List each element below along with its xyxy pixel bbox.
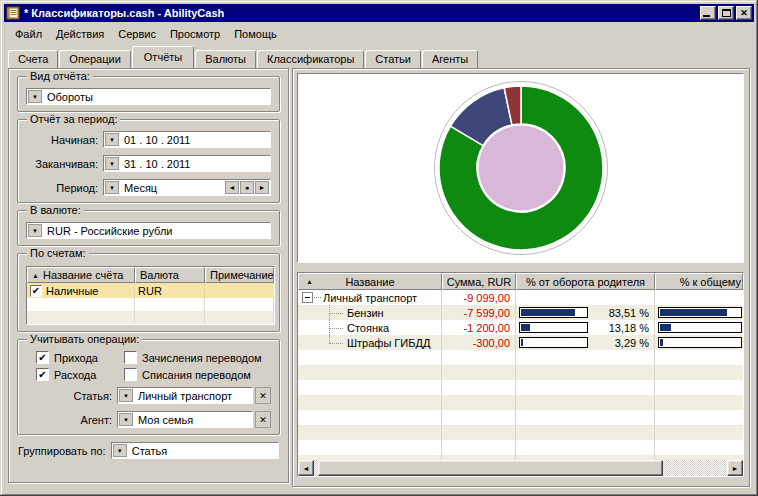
title-bar[interactable]: * Классификаторы.cash - AbilityCash ✕ xyxy=(4,4,754,22)
account-checkbox[interactable]: ✔ xyxy=(30,285,42,297)
report-type-combobox[interactable]: ▼ Обороты xyxy=(26,88,271,105)
menu-service[interactable]: Сервис xyxy=(111,26,163,42)
empty-row xyxy=(298,425,743,440)
minimize-icon xyxy=(703,15,710,17)
accounts-empty-row xyxy=(27,311,274,324)
start-date-field[interactable]: ▼ 01 . 10 . 2011 xyxy=(103,131,271,148)
accounts-empty-row xyxy=(27,298,274,311)
row-sum: -300,00 xyxy=(442,335,516,350)
tab-articles[interactable]: Статьи xyxy=(365,50,421,68)
column-sum[interactable]: Сумма, RUR xyxy=(442,273,516,290)
chart-area xyxy=(297,73,744,263)
group-by-label: Группировать по: xyxy=(18,445,106,457)
menu-view[interactable]: Просмотр xyxy=(163,26,227,42)
percent-total-bar xyxy=(658,322,742,333)
accounts-column-note[interactable]: Примечание xyxy=(205,267,274,283)
percent-label: 83,51 % xyxy=(609,307,649,319)
close-button[interactable]: ✕ xyxy=(736,6,752,20)
agent-value: Моя семья xyxy=(138,414,193,426)
accounts-column-name[interactable]: ▲ Название счёта xyxy=(27,267,135,283)
chevron-down-icon[interactable]: ▼ xyxy=(119,389,133,402)
transfer-out-checkbox[interactable] xyxy=(124,368,137,381)
column-percent-of-parent[interactable]: % от оборота родителя xyxy=(516,273,655,290)
tab-agents[interactable]: Агенты xyxy=(422,50,478,68)
report-type-group: Вид отчёта: ▼ Обороты xyxy=(17,76,280,112)
account-row[interactable]: ✔ Наличные RUR xyxy=(27,283,274,298)
report-settings-panel: Вид отчёта: ▼ Обороты Отчёт за период: Н… xyxy=(8,68,289,483)
article-value: Личный транспорт xyxy=(138,390,232,402)
transfer-in-checkbox[interactable] xyxy=(124,351,137,364)
table-row[interactable]: Штрафы ГИБДД -300,00 3,29 % xyxy=(298,335,743,350)
percent-total-bar xyxy=(658,307,742,318)
group-by-combobox[interactable]: ▼ Статья xyxy=(111,442,279,459)
percent-bar xyxy=(519,307,588,318)
scrollbar-track[interactable] xyxy=(314,460,727,476)
chevron-down-icon[interactable]: ▼ xyxy=(119,413,133,426)
table-row[interactable]: Бензин -7 599,00 83,51 % xyxy=(298,305,743,320)
table-row[interactable]: Стоянка -1 200,00 13,18 % xyxy=(298,320,743,335)
minimize-button[interactable] xyxy=(700,6,716,20)
step-back-button[interactable]: ◄ xyxy=(225,181,239,194)
operations-group-label: Учитывать операции: xyxy=(27,334,142,345)
report-type-value: Обороты xyxy=(47,91,93,103)
expense-checkbox[interactable]: ✔ xyxy=(36,368,49,381)
empty-row xyxy=(298,380,743,395)
accounts-table: ▲ Название счёта Валюта Примечание ✔ Нал… xyxy=(26,266,275,325)
start-date-label: Начиная: xyxy=(26,134,98,146)
tab-bar: Счета Операции Отчёты Валюты Классификат… xyxy=(8,46,750,68)
account-name: Наличные xyxy=(46,285,98,297)
tab-currencies[interactable]: Валюты xyxy=(195,50,256,68)
income-checkbox[interactable]: ✔ xyxy=(36,351,49,364)
percent-bar xyxy=(519,322,588,333)
step-forward-button[interactable]: ► xyxy=(255,181,269,194)
menu-actions[interactable]: Действия xyxy=(49,26,111,42)
app-window: * Классификаторы.cash - AbilityCash ✕ Фа… xyxy=(0,0,758,496)
report-table-rows: Личный транспорт -9 099,00 Бензин -7 599… xyxy=(298,290,743,460)
chevron-down-icon[interactable]: ▼ xyxy=(105,157,119,170)
accounts-column-currency[interactable]: Валюта xyxy=(135,267,205,283)
horizontal-scrollbar[interactable]: ◄ ► xyxy=(298,460,743,476)
column-name[interactable]: ▲ Название xyxy=(298,273,442,290)
currency-combobox[interactable]: ▼ RUR - Российские рубли xyxy=(26,222,271,239)
article-combobox[interactable]: ▼ Личный транспорт xyxy=(117,387,253,404)
accounts-table-header: ▲ Название счёта Валюта Примечание xyxy=(27,267,274,283)
chevron-down-icon[interactable]: ▼ xyxy=(105,133,119,146)
menu-help[interactable]: Помощь xyxy=(227,26,284,42)
step-current-button[interactable]: ● xyxy=(240,181,254,194)
tab-operations[interactable]: Операции xyxy=(59,50,130,68)
chevron-down-icon[interactable]: ▼ xyxy=(105,181,119,194)
report-type-group-label: Вид отчёта: xyxy=(27,71,93,82)
percent-bar xyxy=(519,337,588,348)
maximize-icon xyxy=(722,9,731,17)
window-title: * Классификаторы.cash - AbilityCash xyxy=(24,7,700,19)
empty-row xyxy=(298,395,743,410)
agent-combobox[interactable]: ▼ Моя семья xyxy=(117,411,253,428)
column-percent-of-total[interactable]: % к общему xyxy=(655,273,743,290)
tree-collapse-icon[interactable] xyxy=(302,292,313,303)
tab-classifiers[interactable]: Классификаторы xyxy=(257,50,364,68)
end-date-field[interactable]: ▼ 31 . 10 . 2011 xyxy=(103,155,271,172)
report-view-panel: ▲ Название Сумма, RUR % от оборота родит… xyxy=(292,68,750,487)
maximize-button[interactable] xyxy=(718,6,734,20)
scroll-right-button[interactable]: ► xyxy=(727,460,743,476)
empty-row xyxy=(298,365,743,380)
scrollbar-thumb[interactable] xyxy=(318,460,663,476)
tab-accounts[interactable]: Счета xyxy=(8,50,58,68)
table-row[interactable]: Личный транспорт -9 099,00 xyxy=(298,290,743,305)
period-step-field[interactable]: ▼ Месяц ◄ ● ► xyxy=(103,179,271,196)
expense-label: Расхода xyxy=(54,369,96,381)
scroll-left-button[interactable]: ◄ xyxy=(298,460,314,476)
menu-file[interactable]: Файл xyxy=(8,26,49,42)
chevron-down-icon[interactable]: ▼ xyxy=(113,444,127,457)
chevron-down-icon[interactable]: ▼ xyxy=(28,90,42,103)
group-by-value: Статья xyxy=(132,445,167,457)
income-label: Прихода xyxy=(54,352,98,364)
period-step-value: Месяц xyxy=(124,182,157,194)
chevron-down-icon[interactable]: ▼ xyxy=(28,224,42,237)
clear-agent-button[interactable]: ✕ xyxy=(255,411,271,428)
tab-reports[interactable]: Отчёты xyxy=(132,46,194,68)
clear-article-button[interactable]: ✕ xyxy=(255,387,271,404)
row-name: Личный транспорт xyxy=(323,292,417,304)
row-sum: -7 599,00 xyxy=(442,305,516,320)
window-controls: ✕ xyxy=(700,6,752,20)
